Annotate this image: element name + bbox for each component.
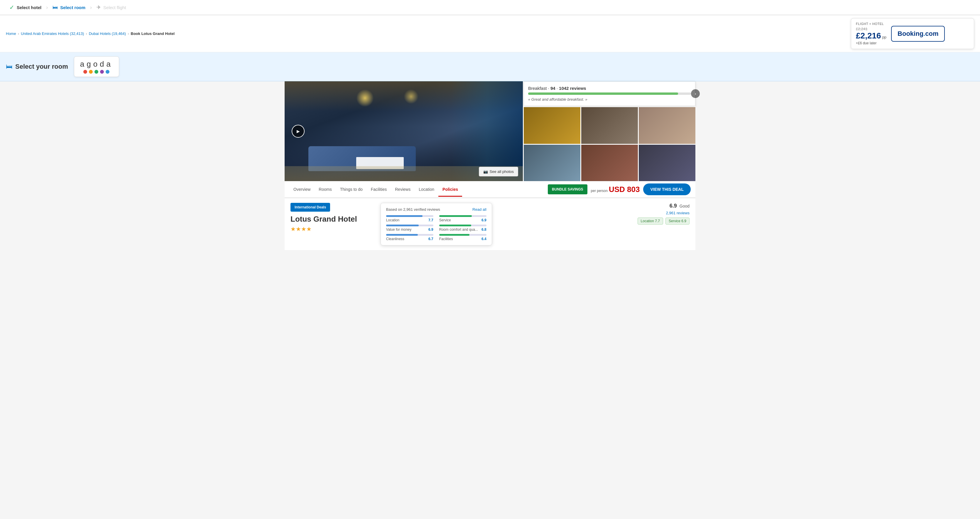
bed-header-icon: 🛏 [6,63,12,70]
deal-price: USD 803 [609,185,640,194]
hotel-main-info: International Deals Lotus Grand Hotel ★★… [291,203,357,232]
booking-com: com [925,30,938,37]
review-room-bar [439,224,487,226]
rating-score: 6.9 Good [670,203,689,209]
room-select-header: 🛏 Select your room agoda [0,52,980,81]
see-all-photos-button[interactable]: 📷 See all photos [479,167,518,177]
tab-facilities[interactable]: Facilities [367,183,391,197]
agoda-dot-green [94,70,98,74]
hotel-rating-section: 6.9 Good 2,961 reviews Location 7.7 Serv… [631,203,689,224]
tab-overview[interactable]: Overview [289,183,315,197]
deal-section: BUNDLE SAVINGS per person USD 803 VIEW T… [548,181,691,197]
breadcrumb-dubai[interactable]: Dubai Hotels (19,464) [89,32,126,36]
agoda-dot-red [83,70,87,74]
price-info: FLIGHT + HOTEL £2,241 £2,216 pp +£6 due … [856,22,886,45]
service-label: Service [439,218,451,222]
breadcrumb-home[interactable]: Home [6,32,16,36]
booking-logo: Booking.com [897,30,938,38]
tab-things-to-do[interactable]: Things to do [336,183,367,197]
hotel-info-section: International Deals Lotus Grand Hotel ★★… [285,198,695,250]
review-service: Service6.9 [439,215,487,222]
breadcrumb-uae[interactable]: United Arab Emirates Hotels (32,413) [21,32,84,36]
cleanliness-label: Cleanliness [386,237,404,241]
original-price: £2,241 [856,27,886,31]
service-score: 6.9 [482,218,487,222]
tab-nav: Overview Rooms Things to do Facilities R… [285,181,695,198]
review-location: Location7.7 [386,215,433,222]
flight-hotel-label: FLIGHT + HOTEL [856,22,886,25]
breadcrumb-sep-3: › [127,32,129,36]
camera-icon: 📷 [483,169,488,174]
gallery-thumb-1[interactable] [524,107,581,144]
facilities-label: Facilities [439,237,453,241]
gallery-thumb-4[interactable] [524,145,581,181]
review-count-link[interactable]: 2,961 reviews [631,211,689,215]
due-later: +£6 due later [856,41,886,45]
step-flight[interactable]: ✈ Select flight [93,0,130,15]
breakfast-panel: Breakfast · 94 · 1042 reviews « Great an… [524,81,695,106]
value-label: Value for money [386,228,412,232]
review-cleanliness-bar [386,234,433,236]
value-score: 6.9 [428,228,433,232]
bundle-savings-button[interactable]: BUNDLE SAVINGS [548,184,587,194]
step-hotel-label: Select hotel [17,5,41,10]
gallery-right: Breakfast · 94 · 1042 reviews « Great an… [524,81,695,181]
review-value-bar [386,224,433,226]
tab-rooms[interactable]: Rooms [315,183,336,197]
main-content: ▶ 📷 See all photos Breakfast · 94 · 1042… [285,81,695,250]
review-service-bar [439,215,487,217]
breakfast-label: Breakfast [528,86,547,91]
cleanliness-score: 6.7 [428,237,433,241]
play-button[interactable]: ▶ [292,125,305,138]
nav-chevron-2: › [89,5,93,11]
gallery-wrapper: ▶ 📷 See all photos Breakfast · 94 · 1042… [285,81,695,181]
gallery-thumb-2[interactable] [581,107,638,144]
facilities-score: 6.4 [482,237,487,241]
per-person-label: per person [591,189,608,193]
tab-reviews[interactable]: Reviews [391,183,415,197]
review-facilities: Facilities6.4 [439,234,487,241]
breakfast-score: 94 [550,86,555,91]
breakfast-title: Breakfast · 94 · 1042 reviews [528,86,691,91]
location-score: 7.7 [428,218,433,222]
room-comfort-label: Room comfort and qua... [439,228,478,232]
top-nav: ✓ Select hotel › 🛏 Select room › ✈ Selec… [0,0,980,15]
agoda-dot-purple [100,70,104,74]
hotel-stars: ★★★★ [291,226,357,232]
nav-chevron-1: › [45,5,49,11]
tab-policies[interactable]: Policies [438,183,462,197]
tab-location[interactable]: Location [415,183,438,197]
step-room[interactable]: 🛏 Select room [49,0,89,15]
location-service-badges: Location 7.7 Service 6.9 [631,218,689,224]
review-cleanliness: Cleanliness6.7 [386,234,433,241]
gallery-thumb-6[interactable] [639,145,695,181]
next-arrow[interactable]: › [691,89,700,98]
per-person-price: per person USD 803 [591,185,640,194]
gallery-thumb-3[interactable] [639,107,695,144]
rating-display: 6.9 Good [631,203,689,209]
bed-icon: 🛏 [52,5,58,11]
popup-header: Based on 2,961 verified reviews Read all [386,207,487,212]
service-badge: Service 6.9 [665,218,689,224]
gallery-main-image: ▶ 📷 See all photos [285,81,523,181]
room-header-title: Select your room [15,63,68,70]
breadcrumb-current: Book Lotus Grand Hotel [131,32,175,36]
current-price: £2,216 [856,31,881,40]
read-all-link[interactable]: Read all [473,207,487,212]
review-value: Value for money6.9 [386,224,433,232]
breadcrumb-sep-1: › [18,32,19,36]
booking-logo-box: Booking.com [891,26,945,42]
step-room-label: Select room [60,5,85,10]
hotel-name: Lotus Grand Hotel [291,215,357,224]
international-deals-badge: International Deals [291,203,330,212]
step-hotel[interactable]: ✓ Select hotel [6,0,45,15]
location-label: Location [386,218,399,222]
view-deal-button[interactable]: VIEW THIS DEAL [643,183,691,195]
per-person: pp [882,35,886,39]
agoda-logo: agoda [74,56,119,77]
plane-icon: ✈ [97,4,101,11]
agoda-dots [83,70,110,74]
booking-name: Booking [897,30,923,37]
review-rows: Location7.7 Service6.9 Value for money6.… [386,215,487,241]
gallery-thumb-5[interactable] [581,145,638,181]
